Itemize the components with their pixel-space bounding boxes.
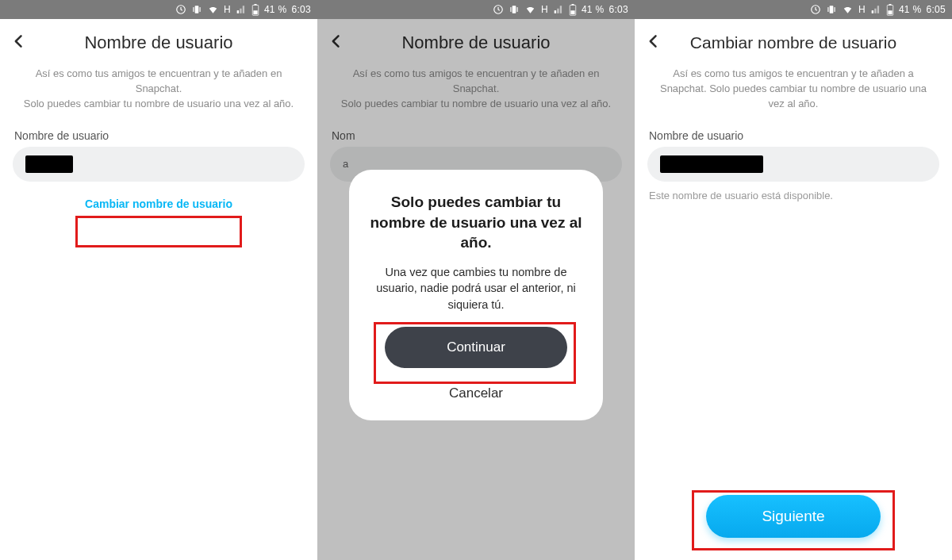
- wifi-icon: [524, 4, 536, 15]
- battery-pct-label: 41 %: [899, 4, 922, 15]
- username-field-label: Nombre de usuario: [14, 129, 305, 142]
- username-input[interactable]: [647, 147, 939, 182]
- phone-screen-2: H 41 % 6:03 Nombre de usuario Así es com…: [317, 0, 635, 560]
- clock-label: 6:03: [608, 4, 628, 15]
- next-button[interactable]: Siguiente: [706, 495, 881, 538]
- clock-label: 6:05: [926, 4, 946, 15]
- svg-rect-9: [510, 7, 511, 12]
- username-input[interactable]: [13, 147, 305, 182]
- svg-rect-20: [888, 10, 892, 14]
- modal-body: Una vez que cambies tu nombre de usuario…: [368, 264, 584, 313]
- continue-button[interactable]: Continuar: [385, 327, 567, 368]
- header: Nombre de usuario: [0, 19, 317, 67]
- sync-icon: [175, 4, 186, 15]
- wifi-icon: [842, 4, 854, 15]
- signal-icon: [870, 4, 881, 15]
- signal-icon: [553, 4, 564, 15]
- status-bar: H 41 % 6:03: [0, 0, 317, 19]
- vibrate-icon: [191, 4, 202, 15]
- back-icon[interactable]: [646, 33, 662, 52]
- description-text: Así es como tus amigos te encuentran y t…: [635, 67, 952, 123]
- back-icon[interactable]: [11, 33, 27, 52]
- svg-rect-12: [571, 4, 574, 6]
- status-bar: H 41 % 6:03: [317, 0, 635, 19]
- clock-label: 6:03: [291, 4, 311, 15]
- battery-pct-label: 41 %: [582, 4, 605, 15]
- page-title: Cambiar nombre de usuario: [690, 33, 896, 52]
- network-type-label: H: [541, 4, 548, 15]
- phone-screen-1: H 41 % 6:03 Nombre de usuario Así es com…: [0, 0, 317, 560]
- svg-rect-8: [512, 6, 516, 13]
- svg-rect-5: [254, 4, 256, 6]
- sync-icon: [810, 4, 821, 15]
- svg-rect-3: [199, 7, 200, 12]
- description-text: Así es como tus amigos te encuentran y t…: [0, 67, 317, 123]
- modal-heading: Solo puedes cambiar tu nombre de usuario…: [368, 192, 584, 253]
- svg-rect-10: [516, 7, 517, 12]
- change-username-link[interactable]: Cambiar nombre de usuario: [13, 198, 305, 210]
- signal-icon: [236, 4, 247, 15]
- redacted-value: [660, 155, 763, 173]
- phone-screen-3: H 41 % 6:05 Cambiar nombre de usuario As…: [635, 0, 952, 560]
- svg-rect-1: [195, 6, 199, 13]
- svg-rect-16: [827, 7, 828, 12]
- header: Cambiar nombre de usuario: [635, 19, 952, 67]
- status-bar: H 41 % 6:05: [635, 0, 952, 19]
- cancel-button[interactable]: Cancelar: [368, 378, 584, 406]
- wifi-icon: [207, 4, 219, 15]
- sync-icon: [493, 4, 504, 15]
- username-field-label: Nombre de usuario: [649, 129, 939, 142]
- availability-helper: Este nombre de usuario está disponible.: [649, 190, 938, 201]
- vibrate-icon: [509, 4, 520, 15]
- redacted-value: [25, 155, 73, 173]
- svg-rect-17: [834, 7, 835, 12]
- battery-icon: [569, 4, 577, 16]
- vibrate-icon: [826, 4, 837, 15]
- network-type-label: H: [858, 4, 866, 15]
- svg-rect-15: [830, 6, 834, 13]
- svg-rect-13: [570, 10, 574, 14]
- annotation-highlight: [75, 216, 242, 247]
- network-type-label: H: [224, 4, 231, 15]
- battery-pct-label: 41 %: [264, 4, 287, 15]
- svg-rect-19: [889, 4, 891, 6]
- svg-rect-6: [253, 10, 257, 14]
- confirm-change-modal: Solo puedes cambiar tu nombre de usuario…: [349, 170, 603, 420]
- page-title: Nombre de usuario: [84, 33, 232, 53]
- battery-icon: [251, 4, 259, 16]
- battery-icon: [886, 4, 894, 16]
- svg-rect-2: [193, 7, 194, 12]
